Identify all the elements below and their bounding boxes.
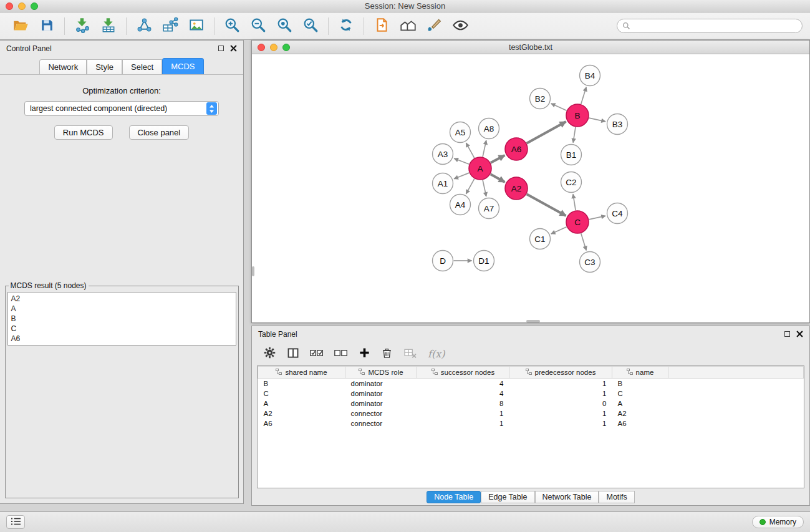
network-node[interactable]: A5 (450, 122, 471, 143)
network-edge[interactable] (581, 87, 587, 104)
home-button[interactable] (395, 15, 421, 37)
add-row-button[interactable] (359, 347, 370, 360)
zoom-selected-button[interactable] (297, 15, 324, 37)
save-session-button[interactable] (34, 15, 60, 37)
cell-name[interactable]: A (612, 399, 668, 409)
network-edge[interactable] (491, 174, 505, 182)
network-node[interactable]: C3 (580, 252, 600, 273)
table-row[interactable]: B dominator 4 1 B (258, 379, 804, 389)
network-edge[interactable] (573, 194, 576, 210)
result-item[interactable]: A6 (11, 334, 233, 344)
select-all-button[interactable] (310, 348, 324, 360)
show-hide-button[interactable] (447, 15, 473, 37)
table-row[interactable]: A dominator 8 0 A (258, 399, 804, 409)
close-panel-icon[interactable] (230, 45, 237, 52)
network-edge[interactable] (454, 173, 469, 179)
import-table-button[interactable] (95, 15, 122, 37)
network-node[interactable]: A3 (433, 144, 453, 165)
cell-name[interactable]: A2 (612, 409, 668, 418)
network-edge[interactable] (573, 127, 576, 143)
tab-network[interactable]: Network (39, 59, 87, 74)
network-edge[interactable] (491, 155, 505, 163)
cell-predecessor-nodes[interactable]: 1 (509, 418, 612, 428)
delete-table-button[interactable] (403, 347, 417, 360)
tab-node-table[interactable]: Node Table (427, 491, 481, 503)
cell-shared-name[interactable]: C (258, 389, 345, 399)
network-edge[interactable] (527, 194, 566, 216)
network-edge[interactable] (466, 143, 474, 158)
network-node[interactable]: C2 (561, 172, 582, 193)
network-edge[interactable] (466, 179, 474, 194)
network-canvas[interactable]: B4B2BB3A5A8A6A3B1AA1C2A2A4A7C4CC1C3DD1 (252, 54, 809, 322)
network-edge[interactable] (454, 158, 469, 164)
cell-shared-name[interactable]: A2 (258, 409, 345, 418)
table-settings-button[interactable] (263, 346, 276, 361)
style-button[interactable] (421, 15, 447, 37)
cell-predecessor-nodes[interactable]: 1 (509, 409, 612, 418)
close-network-window-button[interactable] (258, 44, 265, 51)
network-edge[interactable] (581, 233, 587, 250)
minimize-window-button[interactable] (18, 2, 26, 10)
column-header-name[interactable]: name (612, 367, 668, 379)
delete-row-button[interactable] (381, 347, 393, 361)
cell-successor-nodes[interactable]: 1 (417, 418, 509, 428)
task-history-button[interactable] (6, 515, 25, 529)
maximize-window-button[interactable] (31, 2, 38, 10)
cell-name[interactable]: A6 (612, 418, 668, 428)
cell-mcds-role[interactable]: connector (345, 409, 417, 418)
network-edge[interactable] (551, 104, 567, 110)
column-header-shared-name[interactable]: shared name (258, 367, 345, 379)
optimization-criterion-dropdown[interactable]: largest connected component (directed) (24, 101, 219, 116)
close-table-panel-icon[interactable] (796, 331, 803, 337)
result-item[interactable]: A2 (11, 294, 233, 304)
network-node[interactable]: A8 (479, 118, 499, 139)
cell-predecessor-nodes[interactable]: 1 (509, 379, 612, 389)
table-row[interactable]: C dominator 4 1 C (258, 389, 804, 399)
network-node[interactable]: A (469, 157, 491, 180)
vertical-scrollbar-thumb[interactable] (252, 266, 254, 276)
cell-name[interactable]: C (612, 389, 668, 399)
zoom-in-button[interactable] (219, 15, 245, 37)
tab-motifs[interactable]: Motifs (599, 491, 634, 503)
close-panel-button[interactable]: Close panel (129, 125, 190, 140)
cell-name[interactable]: B (612, 379, 668, 389)
network-node[interactable]: D1 (474, 251, 494, 271)
network-node[interactable]: B1 (561, 145, 582, 165)
show-columns-button[interactable] (287, 347, 299, 361)
cell-shared-name[interactable]: B (258, 379, 345, 389)
network-node[interactable]: A2 (505, 177, 528, 200)
cell-successor-nodes[interactable]: 4 (417, 389, 509, 399)
result-item[interactable]: B (11, 314, 233, 324)
horizontal-scrollbar-thumb[interactable] (526, 320, 540, 322)
column-header-predecessor-nodes[interactable]: predecessor nodes (509, 367, 612, 379)
minimize-network-window-button[interactable] (270, 44, 277, 51)
zoom-fit-button[interactable] (271, 15, 297, 37)
search-input[interactable] (617, 19, 803, 33)
zoom-out-button[interactable] (245, 15, 271, 37)
tab-select[interactable]: Select (122, 59, 162, 74)
export-image-button[interactable] (183, 15, 210, 37)
network-node[interactable]: A7 (479, 198, 499, 219)
import-network-button[interactable] (69, 15, 95, 37)
run-mcds-button[interactable]: Run MCDS (54, 125, 113, 140)
unselect-all-button[interactable] (334, 348, 348, 360)
network-from-table-button[interactable] (157, 15, 183, 37)
network-node[interactable]: D (433, 251, 453, 271)
network-node[interactable]: A4 (450, 195, 471, 215)
cell-predecessor-nodes[interactable]: 1 (509, 389, 612, 399)
network-node[interactable]: C1 (530, 229, 551, 249)
open-file-button[interactable] (7, 15, 34, 37)
open-session-button[interactable] (369, 15, 395, 37)
new-network-button[interactable] (131, 15, 157, 37)
maximize-network-window-button[interactable] (282, 44, 290, 51)
result-item[interactable]: C (11, 324, 233, 334)
network-edge[interactable] (527, 122, 566, 143)
column-header-successor-nodes[interactable]: successor nodes (417, 367, 509, 379)
network-node[interactable]: C4 (607, 203, 628, 224)
cell-successor-nodes[interactable]: 1 (417, 409, 509, 418)
cell-successor-nodes[interactable]: 8 (417, 399, 509, 409)
float-panel-icon[interactable] (218, 46, 224, 51)
network-edge[interactable] (589, 216, 605, 220)
network-node[interactable]: B3 (607, 114, 628, 135)
tab-network-table[interactable]: Network Table (535, 491, 599, 503)
